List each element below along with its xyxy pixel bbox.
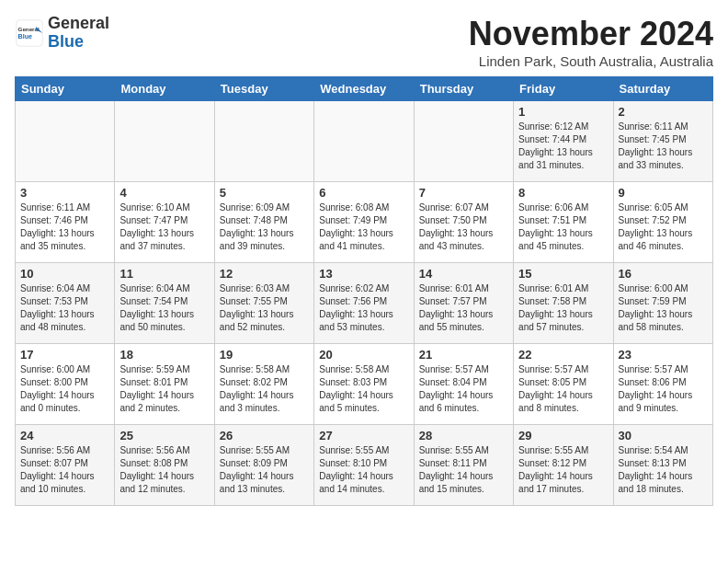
day-info: Sunrise: 5:55 AM Sunset: 8:09 PM Dayligh… [220,444,309,496]
calendar-cell: 28Sunrise: 5:55 AM Sunset: 8:11 PM Dayli… [414,425,513,506]
day-number: 5 [220,186,309,200]
day-info: Sunrise: 6:04 AM Sunset: 7:54 PM Dayligh… [119,282,209,334]
month-title: November 2024 [469,15,713,53]
day-info: Sunrise: 6:08 AM Sunset: 7:49 PM Dayligh… [319,201,408,253]
calendar-cell: 29Sunrise: 5:55 AM Sunset: 8:12 PM Dayli… [514,425,613,506]
day-info: Sunrise: 6:09 AM Sunset: 7:48 PM Dayligh… [220,201,309,253]
calendar-cell: 14Sunrise: 6:01 AM Sunset: 7:57 PM Dayli… [414,263,513,344]
day-info: Sunrise: 5:56 AM Sunset: 8:07 PM Dayligh… [20,444,109,496]
day-number: 26 [220,429,309,442]
calendar-cell [314,101,414,182]
calendar-header-sunday: Sunday [16,77,115,101]
logo-general-text: General [48,14,109,32]
day-info: Sunrise: 6:06 AM Sunset: 7:51 PM Dayligh… [518,201,608,253]
calendar-cell: 26Sunrise: 5:55 AM Sunset: 8:09 PM Dayli… [214,425,313,506]
day-info: Sunrise: 5:57 AM Sunset: 8:06 PM Dayligh… [619,363,708,415]
calendar-cell [115,101,214,182]
calendar-week-4: 17Sunrise: 6:00 AM Sunset: 8:00 PM Dayli… [16,344,713,425]
svg-text:Blue: Blue [18,33,32,40]
calendar-week-3: 10Sunrise: 6:04 AM Sunset: 7:53 PM Dayli… [16,263,713,344]
day-number: 12 [220,267,309,281]
day-info: Sunrise: 6:12 AM Sunset: 7:44 PM Dayligh… [518,121,608,172]
logo: General Blue General Blue [15,15,109,52]
day-info: Sunrise: 5:56 AM Sunset: 8:08 PM Dayligh… [119,444,209,496]
day-number: 25 [119,429,209,442]
day-number: 1 [518,105,608,119]
calendar-week-2: 3Sunrise: 6:11 AM Sunset: 7:46 PM Daylig… [16,182,713,263]
day-info: Sunrise: 6:11 AM Sunset: 7:45 PM Dayligh… [619,121,708,172]
calendar-cell: 7Sunrise: 6:07 AM Sunset: 7:50 PM Daylig… [414,182,513,263]
calendar-cell: 12Sunrise: 6:03 AM Sunset: 7:55 PM Dayli… [214,263,313,344]
day-info: Sunrise: 5:58 AM Sunset: 8:03 PM Dayligh… [319,363,408,415]
day-number: 6 [319,186,408,200]
calendar-cell: 23Sunrise: 5:57 AM Sunset: 8:06 PM Dayli… [613,344,712,425]
day-number: 27 [319,429,408,442]
calendar-header-wednesday: Wednesday [314,77,414,101]
day-info: Sunrise: 6:10 AM Sunset: 7:47 PM Dayligh… [119,201,209,253]
calendar-cell: 11Sunrise: 6:04 AM Sunset: 7:54 PM Dayli… [115,263,214,344]
logo-blue-text: Blue [48,32,84,51]
day-number: 16 [619,267,708,281]
location-text: Linden Park, South Australia, Australia [469,53,713,69]
calendar-header-row: SundayMondayTuesdayWednesdayThursdayFrid… [16,77,713,101]
calendar-header-monday: Monday [115,77,214,101]
day-info: Sunrise: 6:07 AM Sunset: 7:50 PM Dayligh… [419,201,508,253]
day-number: 28 [419,429,508,442]
day-info: Sunrise: 6:03 AM Sunset: 7:55 PM Dayligh… [220,282,309,334]
calendar-cell: 9Sunrise: 6:05 AM Sunset: 7:52 PM Daylig… [613,182,712,263]
calendar-cell: 20Sunrise: 5:58 AM Sunset: 8:03 PM Dayli… [314,344,414,425]
day-info: Sunrise: 6:01 AM Sunset: 7:57 PM Dayligh… [419,282,508,334]
calendar-cell: 1Sunrise: 6:12 AM Sunset: 7:44 PM Daylig… [514,101,613,182]
day-number: 10 [20,267,109,281]
day-number: 20 [319,348,408,362]
calendar-cell: 15Sunrise: 6:01 AM Sunset: 7:58 PM Dayli… [514,263,613,344]
calendar-week-1: 1Sunrise: 6:12 AM Sunset: 7:44 PM Daylig… [16,101,713,182]
day-number: 14 [419,267,508,281]
day-info: Sunrise: 5:54 AM Sunset: 8:13 PM Dayligh… [619,444,708,496]
day-number: 24 [20,429,109,442]
day-number: 2 [619,105,708,119]
calendar-header-tuesday: Tuesday [214,77,313,101]
day-number: 22 [518,348,608,362]
calendar-header-friday: Friday [514,77,613,101]
day-number: 3 [20,186,109,200]
calendar-cell: 13Sunrise: 6:02 AM Sunset: 7:56 PM Dayli… [314,263,414,344]
calendar-cell: 19Sunrise: 5:58 AM Sunset: 8:02 PM Dayli… [214,344,313,425]
calendar-cell [16,101,115,182]
day-number: 15 [518,267,608,281]
day-number: 9 [619,186,708,200]
day-info: Sunrise: 5:57 AM Sunset: 8:05 PM Dayligh… [518,363,608,415]
calendar-cell: 10Sunrise: 6:04 AM Sunset: 7:53 PM Dayli… [16,263,115,344]
calendar-cell: 4Sunrise: 6:10 AM Sunset: 7:47 PM Daylig… [115,182,214,263]
calendar-header-saturday: Saturday [613,77,712,101]
calendar-cell: 6Sunrise: 6:08 AM Sunset: 7:49 PM Daylig… [314,182,414,263]
day-number: 17 [20,348,109,362]
day-info: Sunrise: 6:04 AM Sunset: 7:53 PM Dayligh… [20,282,109,334]
day-number: 8 [518,186,608,200]
day-info: Sunrise: 6:02 AM Sunset: 7:56 PM Dayligh… [319,282,408,334]
day-info: Sunrise: 6:00 AM Sunset: 7:59 PM Dayligh… [619,282,708,334]
day-info: Sunrise: 5:55 AM Sunset: 8:12 PM Dayligh… [518,444,608,496]
day-number: 4 [119,186,209,200]
page-header: General Blue General Blue November 2024 … [15,15,713,69]
day-number: 30 [619,429,708,442]
calendar-cell: 3Sunrise: 6:11 AM Sunset: 7:46 PM Daylig… [16,182,115,263]
calendar-cell: 25Sunrise: 5:56 AM Sunset: 8:08 PM Dayli… [115,425,214,506]
calendar-cell: 17Sunrise: 6:00 AM Sunset: 8:00 PM Dayli… [16,344,115,425]
calendar-cell: 27Sunrise: 5:55 AM Sunset: 8:10 PM Dayli… [314,425,414,506]
day-number: 11 [119,267,209,281]
day-info: Sunrise: 6:00 AM Sunset: 8:00 PM Dayligh… [20,363,109,415]
day-info: Sunrise: 5:57 AM Sunset: 8:04 PM Dayligh… [419,363,508,415]
day-number: 23 [619,348,708,362]
calendar-cell: 16Sunrise: 6:00 AM Sunset: 7:59 PM Dayli… [613,263,712,344]
day-info: Sunrise: 5:55 AM Sunset: 8:11 PM Dayligh… [419,444,508,496]
day-number: 13 [319,267,408,281]
day-info: Sunrise: 5:59 AM Sunset: 8:01 PM Dayligh… [119,363,209,415]
title-block: November 2024 Linden Park, South Austral… [469,15,713,69]
calendar-cell: 2Sunrise: 6:11 AM Sunset: 7:45 PM Daylig… [613,101,712,182]
day-info: Sunrise: 5:55 AM Sunset: 8:10 PM Dayligh… [319,444,408,496]
calendar-cell [414,101,513,182]
calendar-cell: 18Sunrise: 5:59 AM Sunset: 8:01 PM Dayli… [115,344,214,425]
calendar-cell: 8Sunrise: 6:06 AM Sunset: 7:51 PM Daylig… [514,182,613,263]
logo-icon: General Blue [15,18,44,48]
